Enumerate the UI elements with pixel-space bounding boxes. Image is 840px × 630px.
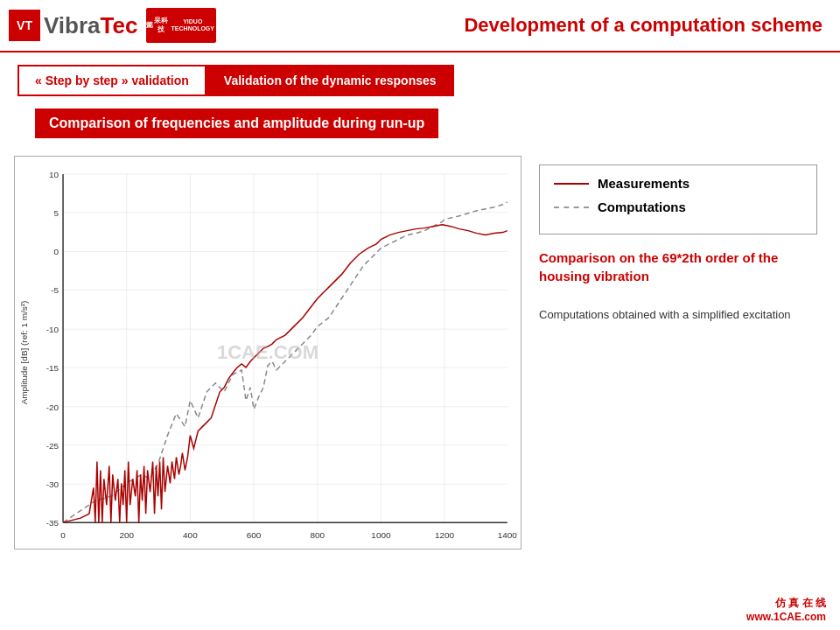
- page-title: Development of a computation scheme: [232, 14, 831, 37]
- tab-step-by-step[interactable]: « Step by step » validation: [18, 65, 206, 96]
- svg-text:Amplitude [dB] (ref: 1 m/s²): Amplitude [dB] (ref: 1 m/s²): [19, 301, 29, 405]
- chart-container: 1CAE.COM Amplitude [dB] (ref: 1 m/s²) 10…: [14, 156, 522, 550]
- svg-text:600: 600: [247, 530, 262, 540]
- computations-line-icon: [554, 206, 589, 208]
- svg-text:-10: -10: [46, 325, 60, 334]
- computation-note: Computations obtained with a simplified …: [539, 306, 817, 324]
- svg-text:1000: 1000: [371, 530, 391, 540]
- svg-text:0: 0: [60, 530, 66, 540]
- svg-text:400: 400: [183, 530, 198, 540]
- svg-text:-25: -25: [46, 441, 60, 451]
- measurements-line-icon: [554, 183, 589, 185]
- measurements-line: [63, 225, 508, 522]
- measurements-label: Measurements: [598, 176, 690, 191]
- section-title: Comparison of frequencies and amplitude …: [35, 108, 438, 138]
- partner-logo: 懿呆科技YIDUO TECHNOLOGY: [146, 8, 216, 43]
- footer-line2: www.1CAE.com: [746, 611, 826, 623]
- svg-text:-20: -20: [46, 402, 60, 412]
- svg-text:5: 5: [54, 208, 60, 218]
- header: VT VibraTec 懿呆科技YIDUO TECHNOLOGY Develop…: [0, 0, 840, 52]
- svg-text:-5: -5: [51, 285, 59, 295]
- computations-label: Computations: [598, 200, 686, 214]
- nav-tabs: « Step by step » validation Validation o…: [0, 52, 840, 103]
- vibratec-name: VibraTec: [44, 12, 137, 39]
- svg-text:-15: -15: [46, 363, 60, 373]
- footer: 仿 真 在 线 www.1CAE.com: [746, 596, 826, 623]
- computations-line: [63, 202, 508, 522]
- svg-text:1200: 1200: [435, 530, 455, 540]
- vt-icon: VT: [9, 10, 40, 41]
- legend-box: Measurements Computations: [539, 164, 817, 234]
- svg-text:1400: 1400: [498, 530, 518, 540]
- svg-text:200: 200: [119, 530, 134, 540]
- tab-validation-dynamic[interactable]: Validation of the dynamic responses: [206, 65, 454, 96]
- footer-line1: 仿 真 在 线: [746, 596, 826, 611]
- vibratec-logo: VT VibraTec: [9, 10, 137, 41]
- chart-svg: Amplitude [dB] (ref: 1 m/s²) 10 5 0 -5 -…: [15, 157, 521, 549]
- main-content: 1CAE.COM Amplitude [dB] (ref: 1 m/s²) 10…: [0, 156, 840, 550]
- svg-text:800: 800: [310, 530, 325, 540]
- right-panel: Measurements Computations Comparison on …: [530, 156, 826, 550]
- svg-text:0: 0: [54, 247, 60, 256]
- legend-measurements: Measurements: [554, 176, 802, 191]
- legend-computations: Computations: [554, 200, 802, 214]
- comparison-description: Comparison on the 69*2th order of the ho…: [539, 248, 817, 285]
- svg-text:10: 10: [49, 170, 60, 179]
- svg-text:-30: -30: [46, 480, 60, 489]
- svg-text:-35: -35: [46, 518, 60, 528]
